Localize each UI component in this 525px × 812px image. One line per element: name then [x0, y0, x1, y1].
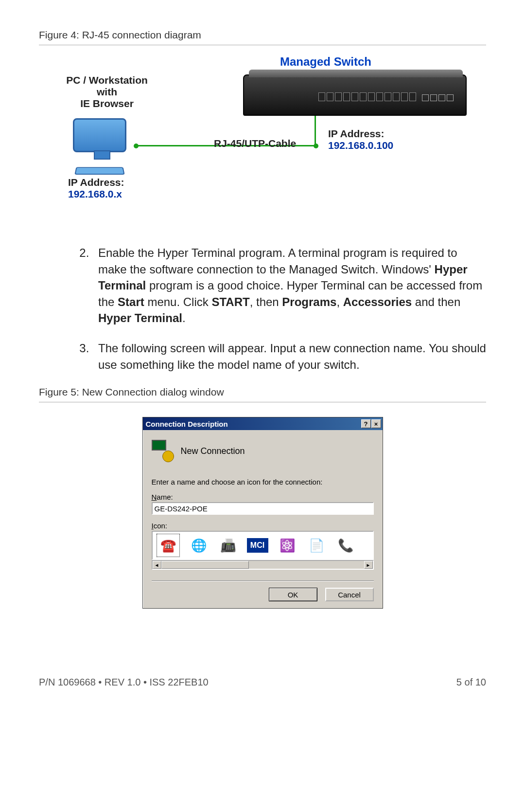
pc-label-line1: PC / Workstation	[58, 74, 156, 86]
switch-ip-label: IP Address:	[328, 128, 393, 140]
name-input[interactable]	[152, 502, 374, 515]
dialog-heading: New Connection	[181, 446, 245, 456]
t: ,	[336, 295, 343, 308]
globe-icon[interactable]: 🌐	[189, 535, 209, 556]
icon-picker[interactable]: ☎️ 🌐 📠 MCI ⚛️ 📄 📞	[152, 531, 374, 560]
figure5-caption: Figure 5: New Connection dialog window	[39, 386, 486, 398]
scroll-right-button[interactable]: ►	[364, 561, 373, 569]
t: Programs	[282, 295, 336, 308]
pc-workstation-label: PC / Workstation with IE Browser	[58, 74, 156, 109]
scroll-thumb[interactable]	[161, 561, 249, 569]
pc-label-line2: with	[58, 86, 156, 98]
help-button[interactable]: ?	[361, 419, 371, 428]
connection-description-dialog: Connection Description ? × New Connectio…	[142, 417, 383, 609]
phone-red-icon: ☎️	[158, 535, 178, 556]
figure4-caption: Figure 4: RJ-45 connection diagram	[39, 29, 486, 41]
switch-ip-block: IP Address: 192.168.0.100	[328, 128, 393, 151]
t: Accessories	[343, 295, 412, 308]
close-button[interactable]: ×	[371, 419, 381, 428]
name-label: Name:	[152, 493, 374, 501]
fax-icon[interactable]: 📠	[218, 535, 238, 556]
footer-right: 5 of 10	[456, 677, 486, 688]
dialog-title: Connection Description	[146, 420, 228, 428]
notepad-icon[interactable]: 📄	[306, 535, 327, 556]
phone2-icon[interactable]: 📞	[335, 535, 356, 556]
icon-option-selected[interactable]: ☎️	[157, 534, 180, 557]
cancel-button[interactable]: Cancel	[325, 588, 374, 601]
t: Hyper Terminal	[98, 311, 182, 325]
t: and then	[412, 295, 460, 308]
pc-graphic	[73, 118, 126, 152]
scroll-left-button[interactable]: ◄	[153, 561, 161, 569]
step-3: The following screen will appear. Input …	[92, 340, 486, 373]
figure4-diagram: Managed Switch PC / Workstation with IE …	[39, 60, 486, 225]
atom-icon[interactable]: ⚛️	[277, 535, 298, 556]
pc-ip-label: IP Address:	[68, 177, 124, 188]
figure5-rule	[39, 402, 486, 402]
switch-graphic	[243, 74, 467, 116]
dialog-titlebar[interactable]: Connection Description ? ×	[143, 417, 383, 430]
mci-icon[interactable]: MCI	[247, 538, 268, 553]
monitor-icon	[73, 118, 126, 152]
hyperterminal-icon	[152, 440, 174, 462]
t: .	[182, 311, 186, 325]
ok-button[interactable]: OK	[269, 588, 317, 601]
name-label-rest: ame:	[157, 493, 173, 501]
t: START	[211, 295, 249, 308]
keyboard-icon	[74, 167, 124, 175]
icon-scrollbar[interactable]: ◄ ►	[152, 560, 374, 570]
footer-left: P/N 1069668 • REV 1.0 • ISS 22FEB10	[39, 677, 209, 688]
pc-ip-block: IP Address: 192.168.0.x	[68, 177, 124, 200]
t: menu. Click	[144, 295, 212, 308]
pc-ip-value: 192.168.0.x	[68, 188, 124, 200]
managed-switch-label: Managed Switch	[262, 55, 389, 69]
pc-label-line3: IE Browser	[58, 98, 156, 109]
icon-label: Icon:	[152, 522, 374, 530]
name-label-key: N	[152, 493, 157, 501]
switch-ip-value: 192.168.0.100	[328, 140, 393, 151]
t: Start	[118, 295, 144, 308]
switch-ports-icon	[318, 92, 454, 101]
icon-label-rest: con:	[154, 522, 167, 530]
dialog-instruction: Enter a name and choose an icon for the …	[152, 478, 374, 486]
instruction-list: Enable the Hyper Terminal program. A ter…	[92, 245, 486, 373]
figure4-rule	[39, 45, 486, 45]
t: , then	[250, 295, 282, 308]
cable-line-vertical	[315, 116, 316, 146]
step-2: Enable the Hyper Terminal program. A ter…	[92, 245, 486, 326]
cable-label: RJ-45/UTP-Cable	[214, 138, 296, 149]
t: Enable the Hyper Terminal program. A ter…	[98, 246, 457, 276]
